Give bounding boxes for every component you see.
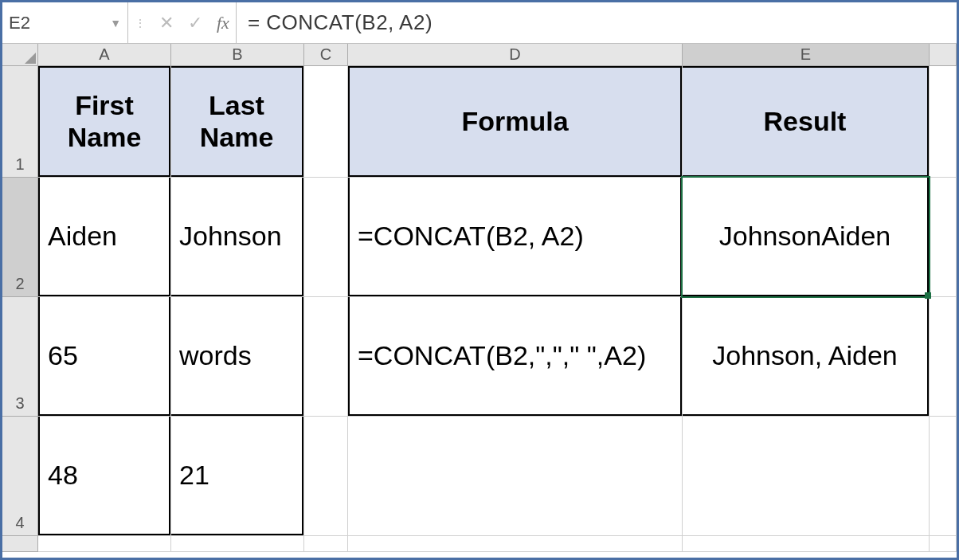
- cell-D2[interactable]: =CONCAT(B2, A2): [348, 178, 683, 297]
- value-A3: 65: [38, 297, 170, 416]
- row-header-2[interactable]: 2: [2, 178, 38, 297]
- value-A4: 48: [38, 417, 170, 535]
- cell-E5[interactable]: [683, 536, 930, 552]
- formula-input-value: = CONCAT(B2, A2): [248, 10, 433, 35]
- cell-rest-5: [930, 536, 957, 552]
- select-all-triangle[interactable]: [2, 44, 38, 65]
- header-formula: Formula: [348, 66, 682, 177]
- cell-E4[interactable]: [683, 417, 930, 536]
- cell-A5[interactable]: [38, 536, 171, 552]
- cell-E1[interactable]: Result: [683, 66, 930, 178]
- cell-B2[interactable]: Johnson: [171, 178, 304, 297]
- rows: 1 First Name Last Name Formula Result 2: [2, 66, 957, 558]
- cell-rest-4: [930, 417, 957, 536]
- formula-bar: E2 ▼ ⋮ ✕ ✓ fx = CONCAT(B2, A2): [2, 2, 957, 44]
- column-header-A[interactable]: A: [38, 44, 171, 65]
- row-4: 4 48 21: [2, 417, 957, 536]
- cell-C1[interactable]: [304, 66, 348, 178]
- value-E2: JohnsonAiden: [683, 178, 929, 296]
- row-header-4[interactable]: 4: [2, 417, 38, 536]
- value-E3: Johnson, Aiden: [683, 297, 929, 416]
- row-1: 1 First Name Last Name Formula Result: [2, 66, 957, 178]
- excel-window: E2 ▼ ⋮ ✕ ✓ fx = CONCAT(B2, A2) A B C D E: [0, 0, 959, 560]
- cell-A2[interactable]: Aiden: [38, 178, 171, 297]
- row-header-3[interactable]: 3: [2, 297, 38, 417]
- column-header-D[interactable]: D: [348, 44, 683, 65]
- cell-A1[interactable]: First Name: [38, 66, 171, 178]
- cell-C5[interactable]: [304, 536, 348, 552]
- cell-rest-1: [930, 66, 957, 178]
- column-header-E[interactable]: E: [683, 44, 930, 65]
- header-last-name: Last Name: [171, 66, 303, 177]
- cell-A4[interactable]: 48: [38, 417, 171, 536]
- value-B3: words: [171, 297, 303, 416]
- row-header-1[interactable]: 1: [2, 66, 38, 178]
- header-result: Result: [683, 66, 929, 177]
- formula-input[interactable]: = CONCAT(B2, A2): [237, 2, 957, 43]
- cell-C2[interactable]: [304, 178, 348, 297]
- value-D3: =CONCAT(B2,","," ",A2): [348, 297, 682, 416]
- column-header-rest: [930, 44, 957, 65]
- row-header-5[interactable]: [2, 536, 38, 552]
- insert-function-icon[interactable]: fx: [217, 13, 229, 33]
- value-A2: Aiden: [38, 178, 170, 296]
- column-header-C[interactable]: C: [304, 44, 348, 65]
- cell-rest-3: [930, 297, 957, 417]
- cell-B4[interactable]: 21: [171, 417, 304, 536]
- column-header-B[interactable]: B: [171, 44, 304, 65]
- header-first-name: First Name: [38, 66, 170, 177]
- cell-E2[interactable]: JohnsonAiden: [683, 178, 930, 297]
- cell-C3[interactable]: [304, 297, 348, 417]
- cell-rest-2: [930, 178, 957, 297]
- name-box-dropdown-icon[interactable]: ▼: [110, 17, 121, 29]
- cell-B1[interactable]: Last Name: [171, 66, 304, 178]
- worksheet-area: A B C D E 1 First Name Last Name Formula: [2, 44, 957, 558]
- cancel-formula-icon[interactable]: ✕: [159, 13, 174, 33]
- cell-D3[interactable]: =CONCAT(B2,","," ",A2): [348, 297, 683, 417]
- column-header-row: A B C D E: [2, 44, 957, 66]
- cell-D1[interactable]: Formula: [348, 66, 683, 178]
- formula-bar-button-group: ⋮ ✕ ✓ fx: [128, 2, 237, 43]
- cell-E3[interactable]: Johnson, Aiden: [683, 297, 930, 417]
- row-2: 2 Aiden Johnson =CONCAT(B2, A2) JohnsonA…: [2, 178, 957, 297]
- cell-D4[interactable]: [348, 417, 683, 536]
- cell-B3[interactable]: words: [171, 297, 304, 417]
- row-3: 3 65 words =CONCAT(B2,","," ",A2) Johnso…: [2, 297, 957, 417]
- value-D2: =CONCAT(B2, A2): [348, 178, 682, 296]
- name-box-value: E2: [9, 13, 107, 33]
- expand-formula-bar-icon[interactable]: ⋮: [135, 18, 145, 29]
- cell-D5[interactable]: [348, 536, 683, 552]
- accept-formula-icon[interactable]: ✓: [188, 13, 202, 33]
- value-B2: Johnson: [171, 178, 303, 296]
- value-B4: 21: [171, 417, 303, 535]
- cell-A3[interactable]: 65: [38, 297, 171, 417]
- row-5-sliver: [2, 536, 957, 552]
- cell-B5[interactable]: [171, 536, 304, 552]
- name-box[interactable]: E2 ▼: [2, 2, 128, 43]
- cell-C4[interactable]: [304, 417, 348, 536]
